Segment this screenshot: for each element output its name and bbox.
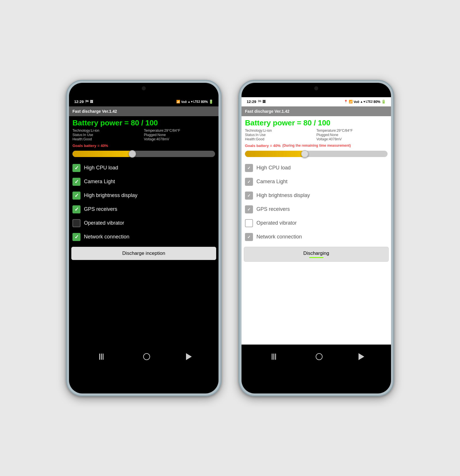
phone2-label-camera-light: Camera Light <box>256 179 288 185</box>
phone2-voltage: Voltage:4078mV <box>317 137 388 141</box>
phone1-nav-lines-icon <box>99 353 103 360</box>
phone2-nav-recents[interactable] <box>268 351 280 362</box>
phone2-health: Health:Good <box>245 137 316 141</box>
phone1-option-vibrator[interactable]: Operated vibrator <box>69 216 218 230</box>
phone1-slider-track[interactable] <box>72 151 215 157</box>
phone2-checkbox-high-cpu[interactable]: ✓ <box>245 164 253 172</box>
phone1-option-high-cpu[interactable]: ✓ High CPU load <box>69 161 218 175</box>
phone1-checkmark-camera-light: ✓ <box>74 179 79 184</box>
phone2-options-list: ✓ High CPU load ✓ Camera Light ✓ High <box>241 160 391 245</box>
phone1-battery-text: 80% <box>201 100 208 104</box>
phone2-checkmark-camera-light: ✓ <box>247 180 251 184</box>
phone1-status-right: 📶 Vo0 ▲▼LTE2 80% 🔋 <box>176 100 213 104</box>
phone2-battery-text: 80% <box>373 100 380 104</box>
phone1-slider-container[interactable] <box>69 149 218 160</box>
phone1-checkbox-camera-light[interactable]: ✓ <box>72 178 80 186</box>
phone2-battery-icon: 🔋 <box>381 100 386 104</box>
phone2-app-title: Fast discharge Ver.1.42 <box>245 109 290 114</box>
phone1-voltage: Voltage:4078mV <box>144 137 215 141</box>
phone2-option-high-cpu[interactable]: ✓ High CPU load <box>241 161 391 175</box>
phone1-option-gps[interactable]: ✓ GPS receivers <box>69 202 218 216</box>
phone1-goals-row: Goals battery = 40% <box>69 142 218 149</box>
phone1-checkmark-high-brightness: ✓ <box>74 193 79 198</box>
phone1-battery-section: Battery power = 80 / 100 Technology:Li-i… <box>69 116 218 142</box>
phone1-nav-recents[interactable] <box>96 351 107 362</box>
phone1-status-bar: 12:29 🏁 🖼 📶 Vo0 ▲▼LTE2 80% 🔋 <box>69 97 218 106</box>
phone2-nav-home[interactable] <box>316 353 323 360</box>
phone1-option-high-brightness[interactable]: ✓ High brightness display <box>69 189 218 202</box>
phone2-wifi-icon: 📶 <box>349 100 353 104</box>
phone2-status: Status:In Use <box>245 133 316 137</box>
phone1-label-camera-light: Camera Light <box>84 179 115 185</box>
phone1-nav-home[interactable] <box>143 353 150 360</box>
phone1-signal-icons: 🏁 🖼 <box>85 100 93 104</box>
phone1-wifi-icon: 📶 <box>176 100 180 104</box>
phone2-checkmark-gps: ✓ <box>247 207 251 211</box>
phone1-slider-fill <box>72 151 132 157</box>
phone1-inner: 12:29 🏁 🖼 📶 Vo0 ▲▼LTE2 80% 🔋 Fast discha… <box>69 83 218 393</box>
phone2-label-gps: GPS receivers <box>256 206 290 212</box>
phone2-slider-thumb[interactable] <box>301 150 308 158</box>
phone2-option-camera-light[interactable]: ✓ Camera Light <box>241 175 391 189</box>
phone1-label-high-cpu: High CPU load <box>84 165 118 171</box>
phone1-goals: Goals battery = 40% <box>72 144 108 148</box>
phone1-slider-thumb[interactable] <box>129 150 136 158</box>
phone1-bottom-nav <box>69 345 218 369</box>
phone2-checkmark-high-cpu: ✓ <box>247 166 251 170</box>
phone2-slider-container[interactable] <box>241 149 391 160</box>
phone2-label-high-brightness: High brightness display <box>256 192 310 198</box>
phone2-option-gps[interactable]: ✓ GPS receivers <box>241 202 391 216</box>
phone2-button-underline <box>309 257 323 258</box>
phone1-options-list: ✓ High CPU load ✓ Camera Light ✓ High <box>69 160 218 245</box>
phone1-app-title: Fast discharge Ver.1.42 <box>72 109 117 114</box>
phone2-checkbox-network[interactable]: ✓ <box>245 233 253 241</box>
phone2-tech: Technology:Li-ion <box>245 129 316 133</box>
phone1-checkbox-network[interactable]: ✓ <box>72 233 80 241</box>
phone1-label-high-brightness: High brightness display <box>84 192 137 198</box>
phone1-checkmark-gps: ✓ <box>74 207 79 212</box>
phone2-checkbox-camera-light[interactable]: ✓ <box>245 178 253 186</box>
phone2-option-network[interactable]: ✓ Network connection <box>241 230 391 244</box>
phone2-checkbox-vibrator[interactable] <box>245 219 253 227</box>
phone2-status-bar: 12:29 🏁 🖼 📍 📶 Vo0 ▲▼LTE2 80% 🔋 <box>241 97 391 106</box>
phone2-action-button[interactable]: Discharging <box>244 247 389 262</box>
phone1-checkbox-gps[interactable]: ✓ <box>72 205 80 213</box>
phone2-button-label: Discharging <box>303 251 329 256</box>
phone1-checkmark-network: ✓ <box>74 234 79 240</box>
phone1-checkbox-high-cpu[interactable]: ✓ <box>72 164 80 172</box>
phone1-status-left: 12:29 🏁 🖼 <box>74 100 93 104</box>
phone1-label-vibrator: Operated vibrator <box>84 220 124 226</box>
phone2-slider-track[interactable] <box>245 151 388 157</box>
phone1-option-camera-light[interactable]: ✓ Camera Light <box>69 175 218 189</box>
phone2-option-vibrator[interactable]: Operated vibrator <box>241 216 391 230</box>
phone1-button-label: Discharge inception <box>122 251 165 256</box>
phone1-nav-back[interactable] <box>186 353 192 360</box>
phone1-battery-power: Battery power = 80 / 100 <box>72 118 215 127</box>
phone1: 12:29 🏁 🖼 📶 Vo0 ▲▼LTE2 80% 🔋 Fast discha… <box>66 80 221 396</box>
phone2-goals-row: Goals battery = 40% (During the remainin… <box>241 142 391 149</box>
phone1-checkbox-high-brightness[interactable]: ✓ <box>72 192 80 200</box>
phone1-action-button[interactable]: Discharge inception <box>71 247 216 260</box>
phone1-temp: Temperature:29°C/84°F <box>144 129 215 133</box>
phone2-checkbox-high-brightness[interactable]: ✓ <box>245 192 253 200</box>
phone1-label-network: Network connection <box>84 234 129 240</box>
phone1-label-gps: GPS receivers <box>84 206 117 212</box>
phone2-option-high-brightness[interactable]: ✓ High brightness display <box>241 189 391 202</box>
phone1-checkmark-high-cpu: ✓ <box>74 165 79 171</box>
phone2-battery-info: Technology:Li-ion Temperature:29°C/84°F … <box>245 129 388 141</box>
phone1-battery-icon: 🔋 <box>209 100 213 104</box>
phone2-checkbox-gps[interactable]: ✓ <box>245 205 253 213</box>
phone1-option-network[interactable]: ✓ Network connection <box>69 230 218 244</box>
phone2-bottom-nav <box>241 345 391 369</box>
phone2-lte: ▲▼LTE2 <box>360 100 373 103</box>
phone1-app-titlebar: Fast discharge Ver.1.42 <box>69 106 218 116</box>
phone2-app-titlebar: Fast discharge Ver.1.42 <box>241 106 391 116</box>
phone2-screen: 12:29 🏁 🖼 📍 📶 Vo0 ▲▼LTE2 80% 🔋 Fast disc… <box>241 97 391 369</box>
phone2-signal-icons: 🏁 🖼 <box>258 100 266 104</box>
phone2-status-right: 📍 📶 Vo0 ▲▼LTE2 80% 🔋 <box>344 100 386 104</box>
phone2-checkmark-network: ✓ <box>247 235 251 239</box>
phone1-signal-text: Vo0 <box>181 100 187 104</box>
phone2-nav-back[interactable] <box>359 353 364 360</box>
phone1-checkbox-vibrator[interactable] <box>72 219 80 227</box>
phone2-label-network: Network connection <box>256 234 302 240</box>
